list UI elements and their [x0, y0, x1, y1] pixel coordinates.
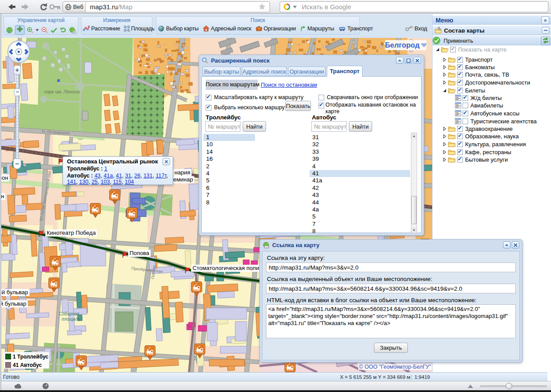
svg-text:площадь: площадь	[62, 317, 80, 322]
svg-text:Соборная: Соборная	[59, 311, 80, 316]
svg-text:парк им. Ленина: парк им. Ленина	[44, 89, 80, 94]
